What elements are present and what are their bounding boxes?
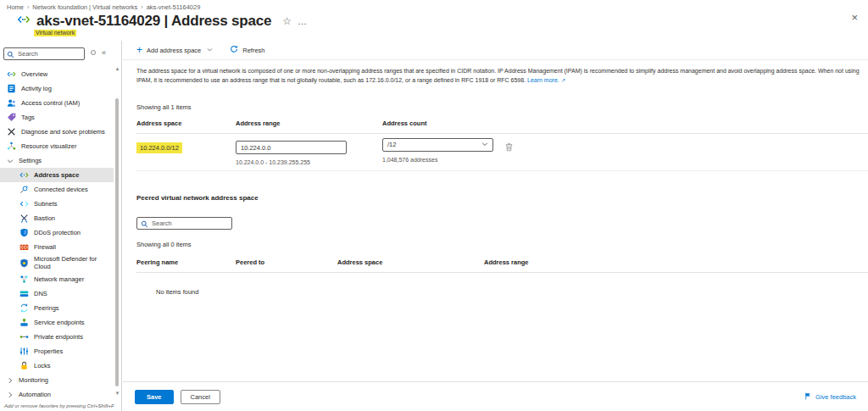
chevron-down-icon bbox=[207, 47, 213, 54]
peered-table-header: Peering name Peered to Address space Add… bbox=[136, 258, 868, 273]
chevron-right-icon bbox=[7, 377, 14, 384]
sidebar-group-automation[interactable]: Automation bbox=[0, 387, 114, 402]
scroll-up-icon[interactable]: ▲ bbox=[114, 66, 120, 71]
address-space-row: 10.224.0.0/12 10.224.0.0 - 10.239.255.25… bbox=[136, 134, 868, 166]
feedback-flag-icon bbox=[804, 392, 812, 402]
activity-log-icon bbox=[7, 84, 16, 93]
sidebar-item-firewall[interactable]: Firewall bbox=[0, 240, 114, 254]
col-peered-address-range: Address range bbox=[484, 258, 868, 266]
peered-search-input[interactable] bbox=[136, 217, 232, 230]
col-peering-name: Peering name bbox=[136, 258, 236, 266]
address-range-full: 10.224.0.0 - 10.239.255.255 bbox=[236, 159, 382, 165]
close-icon[interactable]: × bbox=[851, 12, 858, 23]
footer-bar: Save Cancel Give feedback bbox=[123, 381, 868, 411]
sidebar-item-resource-visualizer[interactable]: Resource visualizer bbox=[0, 139, 114, 153]
address-spaces-count: Showing all 1 items bbox=[136, 103, 868, 111]
locks-icon bbox=[19, 361, 29, 370]
save-button[interactable]: Save bbox=[135, 390, 174, 404]
diagnose-icon bbox=[7, 127, 16, 136]
overview-icon bbox=[7, 69, 16, 79]
divider bbox=[136, 170, 868, 171]
collapse-sidebar-icon[interactable]: « bbox=[102, 48, 106, 57]
peered-section-title: Peered virtual network address space bbox=[136, 194, 868, 202]
sidebar-item-service-endpoints[interactable]: Service endpoints bbox=[0, 315, 114, 330]
more-options-icon[interactable]: … bbox=[298, 16, 308, 26]
external-link-icon: ↗ bbox=[561, 77, 565, 83]
address-space-table-header: Address space Address range Address coun… bbox=[136, 119, 868, 134]
service-endpoints-icon bbox=[19, 318, 29, 327]
address-count-dropdown[interactable]: /12 bbox=[382, 138, 493, 152]
sidebar-item-properties[interactable]: Properties bbox=[0, 344, 114, 358]
private-endpoints-icon bbox=[19, 332, 29, 342]
defender-shield-icon bbox=[19, 258, 29, 268]
dns-icon bbox=[19, 289, 29, 298]
sidebar-item-tags[interactable]: Tags bbox=[0, 110, 114, 125]
search-icon bbox=[141, 216, 148, 231]
peered-table: Peering name Peered to Address space Add… bbox=[136, 258, 868, 296]
chevron-right-icon: › bbox=[27, 4, 29, 10]
chevron-right-icon bbox=[7, 392, 14, 398]
sidebar-item-bastion[interactable]: Bastion bbox=[0, 211, 114, 225]
breadcrumb-home[interactable]: Home bbox=[7, 3, 24, 11]
tags-icon bbox=[7, 113, 16, 122]
sidebar-item-dns[interactable]: DNS bbox=[0, 286, 114, 301]
plus-icon: + bbox=[136, 45, 142, 55]
refresh-button[interactable]: Refresh bbox=[230, 45, 264, 55]
page-title: aks-vnet-51164029 | Address space bbox=[36, 13, 271, 30]
sidebar-item-diagnose[interactable]: Diagnose and solve problems bbox=[0, 125, 114, 139]
circle-indicator-icon[interactable] bbox=[91, 50, 96, 55]
favorite-star-icon[interactable]: ☆ bbox=[282, 15, 292, 27]
peerings-icon bbox=[19, 303, 29, 313]
favorites-hint: Add or remove favorites by pressing Ctrl… bbox=[4, 403, 114, 408]
bastion-icon bbox=[19, 214, 29, 223]
sidebar-item-subnets[interactable]: Subnets bbox=[0, 197, 114, 211]
address-range-input[interactable] bbox=[236, 141, 347, 154]
sidebar-group-settings[interactable]: Settings bbox=[0, 153, 114, 168]
sidebar-group-monitoring[interactable]: Monitoring bbox=[0, 373, 114, 387]
chevron-down-icon bbox=[481, 141, 488, 149]
add-address-space-button[interactable]: + Add address space bbox=[136, 45, 213, 55]
sidebar-item-private-endpoints[interactable]: Private endpoints bbox=[0, 330, 114, 344]
sidebar-item-connected-devices[interactable]: Connected devices bbox=[0, 182, 114, 197]
menu-search-input[interactable] bbox=[3, 47, 85, 60]
scrollbar-thumb[interactable] bbox=[115, 98, 119, 386]
cancel-button[interactable]: Cancel bbox=[181, 390, 220, 404]
sidebar-item-ddos-protection[interactable]: DDoS protection bbox=[0, 225, 114, 240]
properties-icon bbox=[19, 347, 29, 356]
sidebar-item-network-manager[interactable]: Network manager bbox=[0, 272, 114, 286]
command-bar: + Add address space Refresh bbox=[123, 41, 868, 60]
sidebar-item-peerings[interactable]: Peerings bbox=[0, 301, 114, 315]
resource-visualizer-icon bbox=[7, 142, 16, 151]
learn-more-link[interactable]: Learn more. bbox=[527, 77, 559, 83]
blade-content: + Add address space Refresh The address … bbox=[123, 41, 868, 411]
scroll-down-icon[interactable]: ▼ bbox=[114, 391, 120, 396]
chevron-right-icon: › bbox=[141, 4, 142, 10]
empty-message: No items found bbox=[156, 288, 868, 296]
address-count-detail: 1,048,576 addresses bbox=[382, 157, 493, 163]
sidebar-scrollbar[interactable]: ▲ ▼ bbox=[114, 66, 120, 396]
resource-menu-list: Overview Activity log Access control (IA… bbox=[0, 67, 121, 402]
breadcrumb-virtual-networks[interactable]: Network foundation | Virtual networks bbox=[32, 3, 137, 11]
sidebar-item-activity-log[interactable]: Activity log bbox=[0, 81, 114, 96]
sidebar-item-overview[interactable]: Overview bbox=[0, 67, 114, 81]
address-space-icon bbox=[19, 170, 29, 180]
resource-menu: « Overview Activity log Access control (… bbox=[0, 41, 122, 411]
breadcrumb-vnet[interactable]: aks-vnet-51164029 bbox=[147, 3, 201, 11]
sidebar-item-address-space[interactable]: Address space bbox=[0, 168, 114, 182]
col-address-space: Address space bbox=[136, 119, 236, 127]
peered-count: Showing all 0 items bbox=[136, 241, 868, 248]
ddos-shield-icon bbox=[19, 228, 29, 237]
subnets-icon bbox=[19, 199, 29, 208]
sidebar-item-access-control[interactable]: Access control (IAM) bbox=[0, 96, 114, 110]
sidebar-item-defender[interactable]: Microsoft Defender for Cloud bbox=[0, 254, 114, 272]
resource-type-badge: Virtual network bbox=[34, 30, 76, 36]
chevron-down-icon bbox=[7, 158, 14, 164]
delete-icon[interactable] bbox=[504, 140, 514, 155]
search-icon bbox=[7, 47, 14, 62]
refresh-icon bbox=[230, 45, 238, 55]
sidebar-item-locks[interactable]: Locks bbox=[0, 358, 114, 373]
address-space-value[interactable]: 10.224.0.0/12 bbox=[136, 142, 182, 153]
give-feedback-link[interactable]: Give feedback bbox=[804, 392, 856, 402]
col-address-count: Address count bbox=[382, 119, 868, 127]
azure-portal-blade: Home › Network foundation | Virtual netw… bbox=[0, 0, 868, 411]
